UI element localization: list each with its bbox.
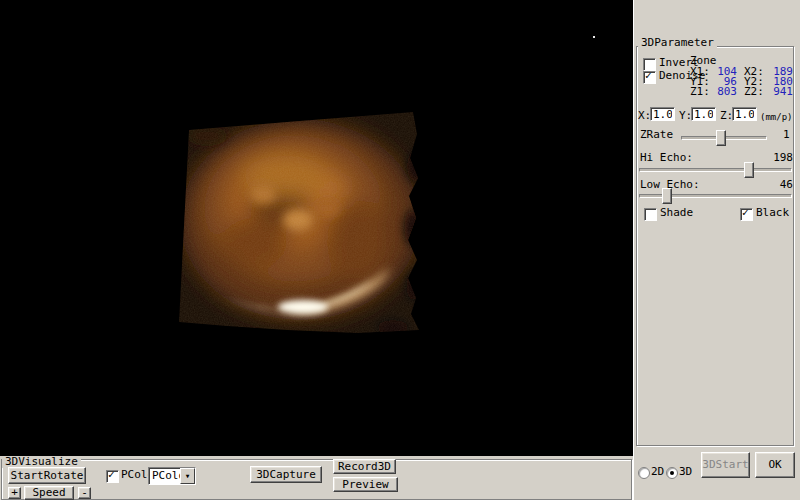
low-echo-value: 46	[763, 179, 793, 191]
mode-3d-label: 3D	[679, 466, 692, 478]
shade-label: Shade	[660, 207, 693, 219]
scale-z-input[interactable]	[732, 107, 757, 121]
speed-minus-button[interactable]: -	[78, 487, 91, 499]
render-viewport[interactable]	[0, 0, 633, 456]
parameter-panel: 3DParameter Invert Denoise Zone X1: 104 …	[633, 0, 800, 500]
stray-voxel-speck	[593, 36, 595, 38]
zrate-label: ZRate	[640, 129, 673, 141]
scale-y-input[interactable]	[691, 107, 716, 121]
pcolor-dropdown[interactable]: PColor ▼	[148, 467, 196, 485]
speed-plus-button[interactable]: +	[8, 487, 21, 499]
speed-button[interactable]: Speed	[24, 486, 74, 500]
hi-echo-slider[interactable]	[639, 168, 792, 172]
hi-echo-value: 198	[763, 152, 793, 164]
ultrasound-render	[167, 100, 433, 350]
parameter-group-title: 3DParameter	[638, 37, 717, 49]
pcolor-checkbox[interactable]	[106, 470, 119, 483]
zone-z2-value: 941	[761, 86, 793, 98]
preview-button[interactable]: Preview	[333, 477, 398, 492]
zone-z1-value: 803	[707, 86, 737, 98]
scale-x-input[interactable]	[650, 107, 675, 121]
zrate-slider-thumb[interactable]	[716, 130, 726, 146]
parameter-groupbox	[636, 46, 794, 446]
ok-button[interactable]: OK	[755, 452, 795, 478]
black-checkbox[interactable]	[740, 208, 753, 221]
start-rotate-button[interactable]: StartRotate	[8, 467, 86, 484]
mode-2d-label: 2D	[651, 466, 664, 478]
capture-3d-button[interactable]: 3DCapture	[250, 466, 322, 483]
mode-2d-radio[interactable]	[638, 467, 650, 479]
zrate-slider[interactable]	[681, 136, 767, 140]
low-echo-slider[interactable]	[639, 194, 792, 198]
shade-checkbox[interactable]	[644, 208, 657, 221]
start-3d-button[interactable]: 3DStart	[701, 452, 750, 478]
mode-3d-radio[interactable]	[666, 467, 678, 479]
dropdown-arrow-icon[interactable]: ▼	[180, 468, 195, 484]
visualize-panel: 3DVisualize StartRotate PColor PColor ▼ …	[0, 456, 633, 500]
hi-echo-label: Hi Echo:	[640, 152, 693, 164]
zrate-value: 1	[783, 129, 790, 141]
scale-unit-label: (mm/p)	[760, 111, 793, 123]
record-3d-button[interactable]: Record3D	[333, 459, 396, 474]
black-label: Black	[756, 207, 789, 219]
hi-echo-slider-thumb[interactable]	[744, 162, 754, 178]
low-echo-slider-thumb[interactable]	[662, 188, 672, 204]
denoise-checkbox[interactable]	[643, 71, 656, 84]
